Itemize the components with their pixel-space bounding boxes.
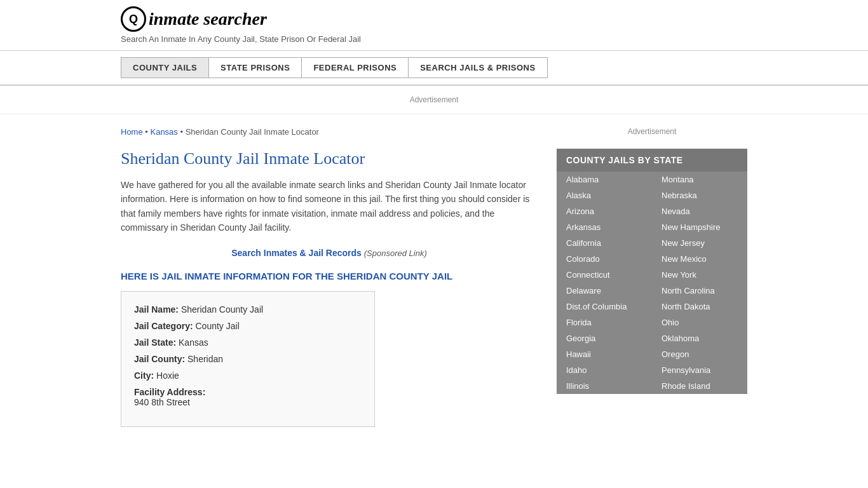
sponsored-link-area: Search Inmates & Jail Records (Sponsored… — [121, 248, 538, 258]
state-link[interactable]: Oregon — [652, 346, 747, 362]
jail-address-row: Facility Address: 940 8th Street — [134, 387, 362, 407]
state-col-1: AlabamaAlaskaArizonaArkansasCaliforniaCo… — [557, 172, 652, 394]
state-link[interactable]: New Mexico — [652, 251, 747, 267]
ad-bar: Advertisement — [0, 86, 868, 114]
description: We have gathered for you all the availab… — [121, 178, 538, 235]
state-link[interactable]: Alaska — [557, 187, 652, 203]
jail-name-label: Jail Name: — [134, 304, 179, 315]
main-layout: Home • Kansas • Sheridan County Jail Inm… — [0, 114, 868, 440]
sponsored-link[interactable]: Search Inmates & Jail Records — [231, 248, 362, 258]
state-link[interactable]: North Carolina — [652, 283, 747, 299]
jail-county-row: Jail County: Sheridan — [134, 354, 362, 364]
jail-city-row: City: Hoxie — [134, 370, 362, 381]
sponsored-label: (Sponsored Link) — [364, 248, 427, 258]
state-link[interactable]: Connecticut — [557, 267, 652, 283]
state-link[interactable]: New Hampshire — [652, 219, 747, 235]
jail-city-value: Hoxie — [156, 370, 179, 381]
state-link[interactable]: Idaho — [557, 362, 652, 378]
jail-county-label: Jail County: — [134, 354, 185, 364]
state-link[interactable]: Arizona — [557, 203, 652, 219]
tagline: Search An Inmate In Any County Jail, Sta… — [121, 34, 747, 44]
jail-category-value: County Jail — [195, 321, 239, 331]
state-link[interactable]: New York — [652, 267, 747, 283]
state-col-2: MontanaNebraskaNevadaNew HampshireNew Je… — [652, 172, 747, 394]
breadcrumb-separator2: • — [180, 127, 185, 137]
state-link[interactable]: California — [557, 235, 652, 251]
jail-info-box: Jail Name: Sheridan County Jail Jail Cat… — [121, 291, 375, 427]
state-link[interactable]: Hawaii — [557, 346, 652, 362]
breadcrumb-current: Sheridan County Jail Inmate Locator — [186, 127, 319, 137]
jail-name-row: Jail Name: Sheridan County Jail — [134, 304, 362, 315]
nav-state-prisons[interactable]: STATE PRISONS — [209, 57, 302, 78]
state-link[interactable]: Ohio — [652, 315, 747, 330]
nav-county-jails[interactable]: COUNTY JAILS — [121, 57, 209, 78]
county-jails-title: COUNTY JAILS BY STATE — [557, 149, 747, 172]
jail-state-value: Kansas — [179, 337, 208, 348]
jail-category-row: Jail Category: County Jail — [134, 321, 362, 331]
jail-state-label: Jail State: — [134, 337, 176, 348]
state-link[interactable]: Nebraska — [652, 187, 747, 203]
state-link[interactable]: Florida — [557, 315, 652, 330]
logo-area: Q inmate searcher — [121, 6, 747, 32]
breadcrumb: Home • Kansas • Sheridan County Jail Inm… — [121, 127, 538, 137]
state-link[interactable]: Georgia — [557, 330, 652, 346]
jail-state-row: Jail State: Kansas — [134, 337, 362, 348]
nav-federal-prisons[interactable]: FEDERAL PRISONS — [302, 57, 409, 78]
jail-category-label: Jail Category: — [134, 321, 193, 331]
jail-county-value: Sheridan — [187, 354, 223, 364]
nav-search-jails[interactable]: SEARCH JAILS & PRISONS — [409, 57, 547, 78]
state-link[interactable]: Arkansas — [557, 219, 652, 235]
breadcrumb-home[interactable]: Home — [121, 127, 143, 137]
state-link[interactable]: Delaware — [557, 283, 652, 299]
page-title: Sheridan County Jail Inmate Locator — [121, 149, 538, 168]
logo-text: inmate searcher — [149, 9, 267, 29]
jail-city-label: City: — [134, 370, 154, 381]
state-link[interactable]: Pennsylvania — [652, 362, 747, 378]
county-jails-sidebar: COUNTY JAILS BY STATE AlabamaAlaskaArizo… — [557, 149, 747, 394]
nav-bar: COUNTY JAILS STATE PRISONS FEDERAL PRISO… — [0, 51, 868, 86]
jail-address-value: 940 8th Street — [134, 397, 362, 407]
state-link[interactable]: Rhode Island — [652, 378, 747, 394]
sidebar-ad: Advertisement — [557, 127, 747, 136]
jail-address-label: Facility Address: — [134, 387, 362, 397]
state-link[interactable]: New Jersey — [652, 235, 747, 251]
state-link[interactable]: Illinois — [557, 378, 652, 394]
state-link[interactable]: North Dakota — [652, 299, 747, 315]
breadcrumb-state[interactable]: Kansas — [150, 127, 177, 137]
state-link[interactable]: Montana — [652, 172, 747, 187]
jail-name-value: Sheridan County Jail — [181, 304, 263, 315]
state-link[interactable]: Nevada — [652, 203, 747, 219]
sidebar: Advertisement COUNTY JAILS BY STATE Alab… — [557, 114, 747, 440]
state-link[interactable]: Oklahoma — [652, 330, 747, 346]
logo-icon: Q — [121, 6, 146, 32]
state-link[interactable]: Alabama — [557, 172, 652, 187]
jail-info-heading: HERE IS JAIL INMATE INFORMATION FOR THE … — [121, 271, 538, 281]
main-content: Home • Kansas • Sheridan County Jail Inm… — [121, 114, 538, 440]
state-grid: AlabamaAlaskaArizonaArkansasCaliforniaCo… — [557, 172, 747, 394]
header: Q inmate searcher Search An Inmate In An… — [0, 0, 868, 51]
state-link[interactable]: Dist.of Columbia — [557, 299, 652, 315]
state-link[interactable]: Colorado — [557, 251, 652, 267]
